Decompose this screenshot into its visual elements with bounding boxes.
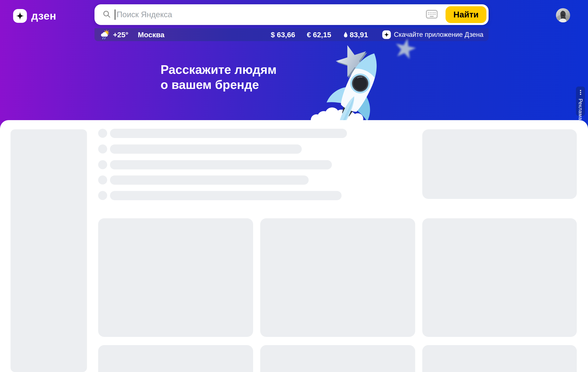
blurred-star-icon — [393, 36, 418, 60]
weather-widget[interactable]: +25° — [100, 30, 128, 40]
hero-title-line1: Расскажите людям — [161, 62, 277, 77]
info-bar: +25° Москва $ 63,66 € 62,15 83,91 Скачай… — [94, 28, 489, 41]
search-icon — [103, 10, 111, 19]
skeleton-feed-card — [260, 218, 415, 337]
temperature: +25° — [113, 31, 128, 39]
skeleton-feed-card — [98, 218, 253, 337]
search-bar: Найти — [94, 4, 489, 25]
skeleton-list-avatar — [98, 191, 107, 200]
skeleton-side-card — [422, 129, 577, 199]
sun-cloud-rain-icon — [100, 30, 110, 40]
more-dots-icon: ⋯ — [578, 90, 583, 96]
keyboard-icon[interactable] — [426, 10, 438, 20]
usd-rate[interactable]: $ 63,66 — [271, 31, 295, 39]
hero-ad-banner[interactable]: Расскажите людям о вашем бренде — [161, 62, 277, 92]
content-panel — [0, 120, 588, 372]
skeleton-list-bar — [110, 160, 332, 170]
rocket-illustration — [301, 28, 422, 120]
skeleton-list-avatar — [98, 144, 107, 153]
skeleton-list-avatar — [98, 175, 107, 184]
user-avatar[interactable] — [556, 8, 570, 22]
skeleton-list-bar — [110, 175, 309, 185]
skeleton-list-bar — [110, 129, 347, 138]
search-button[interactable]: Найти — [446, 6, 486, 23]
skeleton-list-avatar — [98, 129, 107, 138]
skeleton-list-bar — [110, 191, 342, 200]
skeleton-list-avatar — [98, 160, 107, 169]
dzen-logo[interactable]: дзен — [13, 9, 56, 23]
skeleton-feed-card — [422, 345, 577, 372]
skeleton-feed-card — [260, 345, 415, 372]
skeleton-list-bar — [110, 144, 302, 154]
city-link[interactable]: Москва — [138, 31, 164, 39]
hero-title-line2: о вашем бренде — [161, 77, 277, 92]
skeleton-sidebar — [10, 129, 87, 372]
skeleton-feed-card — [422, 218, 577, 337]
ad-label-text: Реклама — [578, 99, 583, 120]
ad-label[interactable]: ⋯ Реклама — [576, 86, 585, 116]
search-input[interactable] — [115, 8, 426, 21]
logo-text: дзен — [31, 10, 56, 22]
dzen-star-icon — [13, 9, 27, 23]
skeleton-feed-card — [98, 345, 253, 372]
